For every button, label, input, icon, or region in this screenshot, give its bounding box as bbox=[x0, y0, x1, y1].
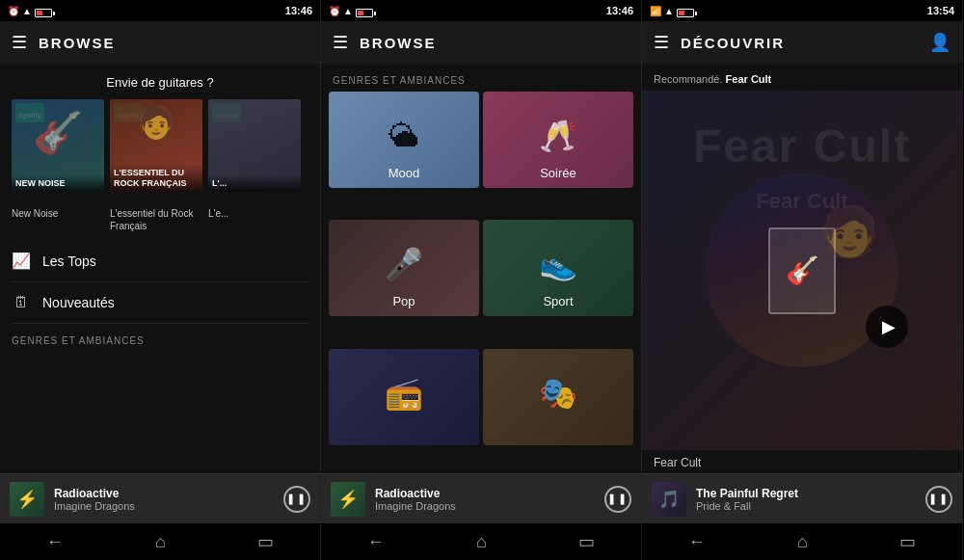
card-label-text-2: L'essentiel du Rock Français bbox=[110, 207, 202, 232]
card-label-1: New Noise bbox=[12, 207, 104, 232]
extra2-icon: 🎭 bbox=[539, 375, 577, 412]
promo-card-1[interactable]: Spotify 🎸 NEW NOISE bbox=[12, 99, 104, 192]
card-label-2: L'essentiel du Rock Français bbox=[110, 207, 202, 232]
home-button-2[interactable]: ⌂ bbox=[465, 528, 498, 556]
menu-item-nouveautes[interactable]: 🗓 Nouveautés bbox=[12, 282, 308, 324]
recommended-artist: Fear Cult bbox=[726, 73, 772, 85]
card-label-text-1: New Noise bbox=[12, 207, 104, 220]
pause-button-1[interactable]: ❚❚ bbox=[283, 486, 310, 513]
menu-section-1: 📈 Les Tops 🗓 Nouveautés bbox=[0, 240, 320, 324]
now-playing-3[interactable]: 🎵 The Painful Regret Pride & Fall ❚❚ bbox=[642, 473, 962, 523]
home-button-1[interactable]: ⌂ bbox=[144, 528, 177, 556]
genre-label-soiree: Soirée bbox=[483, 166, 633, 180]
genre-label-pop: Pop bbox=[329, 294, 479, 308]
genre-tile-extra1[interactable]: 📻 bbox=[329, 349, 479, 445]
menu-button-3[interactable]: ☰ bbox=[654, 32, 669, 53]
top-nav-1: ☰ BROWSE bbox=[0, 21, 320, 64]
track-info-1: Radioactive Imagine Dragons bbox=[54, 487, 274, 512]
genre-tile-sport[interactable]: 👟 Sport bbox=[483, 220, 633, 316]
track-thumb-1: ⚡ bbox=[10, 482, 44, 517]
card-label-text-3: L'e... bbox=[208, 207, 301, 220]
recommended-prefix: Recommandé. bbox=[654, 73, 723, 85]
cards-labels: New Noise L'essentiel du Rock Français L… bbox=[0, 203, 320, 240]
nav-title-2: BROWSE bbox=[360, 35, 437, 51]
recent-button-1[interactable]: ▭ bbox=[246, 527, 285, 556]
status-icons: ⏰ ▲ bbox=[8, 2, 52, 19]
battery-icon-2 bbox=[356, 2, 373, 19]
track-title-2: Radioactive bbox=[375, 487, 595, 500]
pause-button-3[interactable]: ❚❚ bbox=[925, 486, 952, 513]
genre-tile-mood[interactable]: 🌥 Mood bbox=[329, 92, 479, 188]
home-button-3[interactable]: ⌂ bbox=[786, 528, 819, 556]
menu-label-tops: Les Tops bbox=[42, 253, 96, 269]
menu-item-tops[interactable]: 📈 Les Tops bbox=[12, 240, 308, 282]
bottom-nav-3: ← ⌂ ▭ bbox=[642, 523, 962, 560]
genre-label-sport: Sport bbox=[483, 294, 633, 308]
genre-grid: 🌥 Mood 🥂 Soirée 🎤 Pop 👟 Sport 📻 🎭 bbox=[321, 92, 641, 473]
top-nav-3: ☰ DÉCOUVRIR 👤 bbox=[642, 21, 962, 64]
genre-tile-soiree[interactable]: 🥂 Soirée bbox=[483, 92, 633, 188]
back-button-3[interactable]: ← bbox=[677, 528, 717, 556]
fear-cult-bg-text: Fear Cult bbox=[642, 120, 962, 173]
pause-button-2[interactable]: ❚❚ bbox=[604, 486, 631, 513]
now-playing-1[interactable]: ⚡ Radioactive Imagine Dragons ❚❚ bbox=[0, 473, 320, 523]
back-button-1[interactable]: ← bbox=[35, 528, 75, 556]
back-button-2[interactable]: ← bbox=[356, 528, 396, 556]
track-thumb-3: 🎵 bbox=[652, 482, 686, 517]
track-title-3: The Painful Regret bbox=[696, 487, 916, 500]
promo-card-overlay-2: L'ESSENTIEL DU ROCK FRANÇAIS bbox=[110, 164, 202, 192]
play-button[interactable]: ▶ bbox=[866, 306, 908, 348]
pause-icon-3: ❚❚ bbox=[928, 493, 950, 505]
bottom-nav-2: ← ⌂ ▭ bbox=[321, 523, 641, 560]
artist-display-name: Fear Cult bbox=[642, 450, 962, 473]
track-title-1: Radioactive bbox=[54, 487, 274, 500]
track-info-2: Radioactive Imagine Dragons bbox=[375, 487, 595, 512]
status-bar-1: ⏰ ▲ 13:46 bbox=[0, 0, 320, 21]
wifi-icon-3: ▲ bbox=[664, 6, 674, 16]
extra1-icon: 📻 bbox=[385, 375, 423, 412]
mood-icon: 🌥 bbox=[388, 119, 419, 154]
album-art-container: Fear Cult Fear Cult 🎸 🧑 bbox=[642, 91, 962, 450]
nav-title-3: DÉCOUVRIR bbox=[681, 35, 785, 51]
battery-icon bbox=[35, 2, 52, 19]
track-info-3: The Painful Regret Pride & Fall bbox=[696, 487, 916, 512]
promo-card-label-3: L'... bbox=[212, 178, 297, 189]
genres-header-1: GENRES ET AMBIANCES bbox=[0, 324, 320, 352]
status-time-2: 13:46 bbox=[606, 5, 633, 16]
genre-label-mood: Mood bbox=[329, 166, 479, 180]
user-icon[interactable]: 👤 bbox=[929, 32, 951, 53]
track-thumb-2: ⚡ bbox=[331, 482, 365, 517]
discover-main: Recommandé. Fear Cult Fear Cult Fear Cul… bbox=[642, 64, 962, 473]
nav-title-1: BROWSE bbox=[39, 35, 116, 51]
play-icon: ▶ bbox=[882, 316, 896, 337]
genre-tile-pop[interactable]: 🎤 Pop bbox=[329, 220, 479, 316]
figure-silhouette: 🧑 bbox=[819, 203, 879, 259]
promo-card-overlay-3: L'... bbox=[208, 174, 301, 192]
promo-card-3[interactable]: Spotify L'... bbox=[208, 99, 301, 192]
now-playing-2[interactable]: ⚡ Radioactive Imagine Dragons ❚❚ bbox=[321, 473, 641, 523]
bottom-nav-1: ← ⌂ ▭ bbox=[0, 523, 320, 560]
recent-button-2[interactable]: ▭ bbox=[567, 527, 606, 556]
recent-button-3[interactable]: ▭ bbox=[888, 527, 927, 556]
promo-card-2[interactable]: Spotify 🧑 L'ESSENTIEL DU ROCK FRANÇAIS bbox=[110, 99, 202, 192]
screen-browse-2: ⏰ ▲ 13:46 ☰ BROWSE GENRES ET AMBIANCES 🌥… bbox=[321, 0, 642, 560]
promo-card-label-2: L'ESSENTIEL DU ROCK FRANÇAIS bbox=[114, 168, 199, 189]
track-artist-1: Imagine Dragons bbox=[54, 500, 274, 512]
recommended-label: Recommandé. Fear Cult bbox=[642, 64, 962, 91]
wifi-icon-2: ▲ bbox=[343, 6, 353, 16]
menu-button-2[interactable]: ☰ bbox=[333, 32, 348, 53]
top-nav-2: ☰ BROWSE bbox=[321, 21, 641, 64]
status-time-1: 13:46 bbox=[285, 5, 312, 16]
status-icons-3: 📶 ▲ bbox=[650, 2, 694, 19]
genre-tile-extra2[interactable]: 🎭 bbox=[483, 349, 633, 445]
album-wrapper: Fear Cult 🎸 🧑 ▶ bbox=[706, 174, 898, 367]
track-artist-2: Imagine Dragons bbox=[375, 500, 595, 512]
sport-icon: 👟 bbox=[539, 247, 577, 283]
status-bar-2: ⏰ ▲ 13:46 bbox=[321, 0, 641, 21]
pop-icon: 🎤 bbox=[385, 247, 423, 283]
soiree-icon: 🥂 bbox=[539, 118, 577, 154]
status-bar-3: 📶 ▲ 13:54 bbox=[642, 0, 962, 21]
track-artist-3: Pride & Fall bbox=[696, 500, 916, 512]
menu-button-1[interactable]: ☰ bbox=[12, 32, 27, 53]
chart-icon: 📈 bbox=[12, 252, 31, 270]
